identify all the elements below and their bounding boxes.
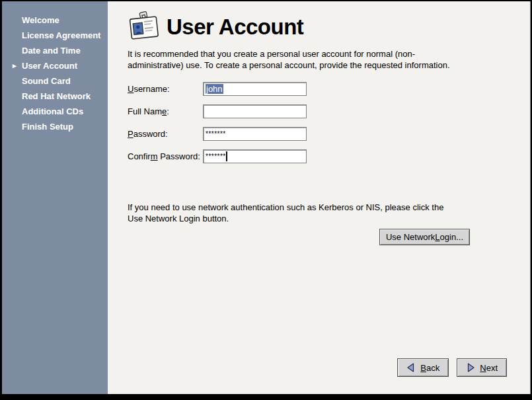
sidebar-item-user-account: ▸ User Account [2, 58, 108, 73]
page-header: User Account [128, 11, 530, 43]
masked-password: ******* [206, 127, 226, 141]
text-caret [226, 151, 227, 161]
page-description: It is recommended that you create a pers… [128, 48, 530, 71]
id-badge-icon [128, 11, 161, 43]
network-button-row: Use Network Login... [128, 229, 470, 245]
wizard-steps-sidebar: Welcome License Agreement Date and Time … [2, 1, 108, 394]
sidebar-item-label: Red Hat Network [22, 91, 91, 101]
sidebar-item-date-and-time: Date and Time [2, 43, 108, 58]
form-row-confirm-password: Confirm Password: ******* [128, 149, 530, 163]
network-note-line: Use Network Login button. [128, 213, 530, 224]
sidebar-item-label: User Account [22, 61, 77, 71]
selected-text: john [206, 84, 223, 94]
confirm-password-label: Confirm Password: [128, 151, 203, 161]
sidebar-item-label: Welcome [22, 15, 59, 25]
description-line: It is recommended that you create a pers… [128, 48, 530, 60]
full-name-input[interactable] [203, 104, 307, 118]
description-line: administrative) use. To create a persona… [128, 60, 530, 71]
next-arrow-icon [466, 363, 475, 372]
user-account-form: Username: john Full Name: Password: ****… [128, 82, 530, 163]
main-content: User Account It is recommended that you … [108, 1, 530, 394]
masked-password: ******* [206, 149, 226, 163]
username-label: Username: [128, 84, 203, 94]
next-button[interactable]: Next [457, 358, 507, 377]
password-label: Password: [128, 129, 203, 139]
current-step-arrow-icon: ▸ [13, 58, 17, 73]
password-input[interactable]: ******* [203, 127, 307, 141]
network-note-line: If you need to use network authenticatio… [128, 202, 530, 213]
sidebar-item-additional-cds: Additional CDs [2, 104, 108, 119]
sidebar-item-finish-setup: Finish Setup [2, 119, 108, 134]
sidebar-item-sound-card: Sound Card [2, 73, 108, 89]
network-auth-note: If you need to use network authenticatio… [128, 202, 530, 224]
back-button-label: Back [420, 363, 439, 373]
sidebar-item-red-hat-network: Red Hat Network [2, 89, 108, 104]
sidebar-item-welcome: Welcome [2, 13, 108, 28]
back-button[interactable]: Back [397, 358, 449, 377]
next-button-label: Next [480, 363, 498, 373]
sidebar-item-label: Finish Setup [22, 122, 73, 132]
wizard-nav-buttons: Back Next [397, 358, 507, 377]
form-row-full-name: Full Name: [128, 104, 530, 118]
setup-wizard-window: Welcome License Agreement Date and Time … [2, 1, 531, 394]
form-row-username: Username: john [128, 82, 530, 96]
sidebar-item-label: Additional CDs [22, 106, 83, 116]
use-network-login-button[interactable]: Use Network Login... [379, 229, 470, 245]
sidebar-item-label: License Agreement [22, 30, 100, 40]
back-arrow-icon [406, 363, 416, 372]
sidebar-item-label: Date and Time [22, 46, 81, 56]
full-name-label: Full Name: [128, 106, 203, 116]
sidebar-item-license-agreement: License Agreement [2, 28, 108, 43]
page-title: User Account [167, 11, 303, 43]
sidebar-item-label: Sound Card [22, 76, 71, 86]
form-row-password: Password: ******* [128, 127, 530, 141]
confirm-password-input[interactable]: ******* [203, 149, 307, 163]
username-input[interactable]: john [203, 82, 307, 96]
